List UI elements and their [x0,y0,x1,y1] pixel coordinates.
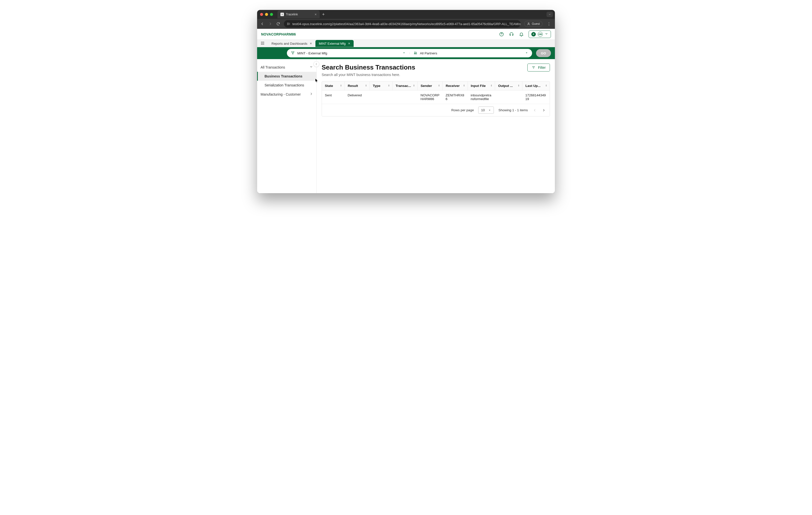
chrome-toolbar: test04-opus.tracelink.com/g2/plattest04/… [257,19,555,29]
new-tab-button[interactable]: + [322,12,325,17]
window-controls [260,13,273,16]
column-header-input-file[interactable]: Input File [468,81,495,90]
rows-per-page-value: 10 [481,108,485,112]
sidebar-item-serialization-transactions[interactable]: Serialization Transactions [257,81,316,90]
column-label: Output ... [498,84,513,88]
nav-reload-button[interactable] [276,22,281,26]
site-settings-icon[interactable] [287,22,290,26]
sidebar: All Transactions Business Transactions S… [257,59,317,193]
cell-transaction [393,90,418,104]
filter-icon [531,65,535,70]
cell-last-updated: 1726814434919 [522,90,550,104]
pagination [532,108,546,113]
column-label: Sender [420,84,432,88]
column-label: Last Up... [525,84,541,88]
rows-per-page-select[interactable]: 10 [478,107,494,114]
cell-receiver: ZENITHRX86 [443,90,468,104]
apps-launcher-icon[interactable] [257,39,268,47]
showing-range-label: Showing 1 - 1 items [498,108,528,112]
column-header-result[interactable]: Result [345,81,370,90]
sidebar-item-manufacturing-customer[interactable]: Manufacturing - Customer [257,90,316,99]
svg-point-11 [261,43,262,44]
column-header-last-updated[interactable]: Last Up... [522,81,550,90]
sort-icon [437,84,440,88]
caret-down-icon [488,109,491,112]
app-tabs-bar: Reports and Dashboards × MINT External M… [257,40,555,47]
go-button[interactable]: GO [536,49,551,57]
tab-overflow-button[interactable] [547,12,553,17]
window-zoom-button[interactable] [270,13,273,16]
svg-point-15 [262,44,263,45]
main-content: Search Business Transactions Search all … [317,59,555,193]
table-header-row: State Result Type Transac... Sender Rece… [322,81,550,90]
chrome-menu-button[interactable]: ⋮ [546,22,552,26]
app-tab-reports[interactable]: Reports and Dashboards × [268,40,315,47]
svg-point-9 [262,42,263,43]
app-header: NOVACORPHARM86 P OB [257,29,555,40]
profile-guest-chip[interactable]: Guest [524,21,543,27]
context-select-partner-value: All Partners [420,51,437,55]
context-filter-bar: MINT - External Mfg All Partners GO [257,47,555,59]
chevron-down-icon [310,65,313,69]
context-select-network[interactable]: MINT - External Mfg [287,51,409,56]
svg-point-20 [414,52,415,53]
prev-page-button[interactable] [532,108,537,113]
sidebar-item-label: Serialization Transactions [265,83,304,87]
table-row[interactable]: Sent Delivered NOVACORPHARM86 ZENITHRX86… [322,90,550,104]
window-close-button[interactable] [260,13,263,16]
sort-icon [490,84,493,88]
sort-icon [340,84,343,88]
context-select-partner[interactable]: All Partners [409,51,532,56]
sidebar-item-all-transactions[interactable]: All Transactions [257,62,316,72]
column-label: Receiver [446,84,460,88]
url-text: test04-opus.tracelink.com/g2/plattest04/… [292,22,521,26]
browser-tab-title: Tracelink [286,13,298,16]
close-icon[interactable]: × [348,42,350,46]
notifications-bell-icon[interactable] [519,31,524,37]
svg-rect-1 [287,24,289,25]
column-header-state[interactable]: State [322,81,345,90]
page-title: Search Business Transactions [322,63,415,71]
column-header-transaction[interactable]: Transac... [393,81,418,90]
header-actions: P OB [499,31,551,38]
app-tab-mint-external-mfg[interactable]: MINT External Mfg × [315,40,354,47]
column-label: Type [373,84,380,88]
column-header-receiver[interactable]: Receiver [443,81,468,90]
cell-type [370,90,393,104]
close-icon[interactable]: × [310,42,312,46]
cell-result: Delivered [345,90,370,104]
nav-forward-button[interactable] [268,22,272,26]
svg-point-5 [528,23,529,24]
cell-output [495,90,522,104]
cell-state: Sent [322,90,345,104]
sort-icon [365,84,368,88]
column-header-output[interactable]: Output ... [495,81,522,90]
brand-name[interactable]: NOVACORPHARM86 [261,32,296,36]
column-header-sender[interactable]: Sender [418,81,443,90]
svg-point-13 [263,43,264,44]
app-tab-label: Reports and Dashboards [271,42,308,46]
cloud-p-badge-icon: P [531,32,536,36]
column-label: Result [348,84,358,88]
nav-back-button[interactable] [260,22,265,26]
column-label: Input File [471,84,486,88]
user-initials-badge: OB [538,32,543,37]
user-menu[interactable]: P OB [529,31,551,38]
browser-tab[interactable]: t Tracelink × [278,10,320,18]
caret-down-icon [525,51,528,55]
support-headset-icon[interactable] [509,31,514,37]
help-icon[interactable] [499,31,504,37]
browser-window: t Tracelink × + test04-opus.tracelink.co… [257,10,555,193]
filter-button-label: Filter [538,65,546,70]
tab-close-icon[interactable]: × [315,12,317,17]
sort-icon [412,84,415,88]
column-header-type[interactable]: Type [370,81,393,90]
cell-input-file: inboundpretransformedfile [468,90,495,104]
partners-people-icon [413,51,417,56]
sidebar-item-business-transactions[interactable]: Business Transactions [257,72,316,81]
filter-button[interactable]: Filter [527,63,550,72]
sidebar-item-label: Business Transactions [265,74,302,78]
window-minimize-button[interactable] [265,13,268,16]
next-page-button[interactable] [541,108,546,113]
url-bar[interactable]: test04-opus.tracelink.com/g2/plattest04/… [284,20,521,28]
